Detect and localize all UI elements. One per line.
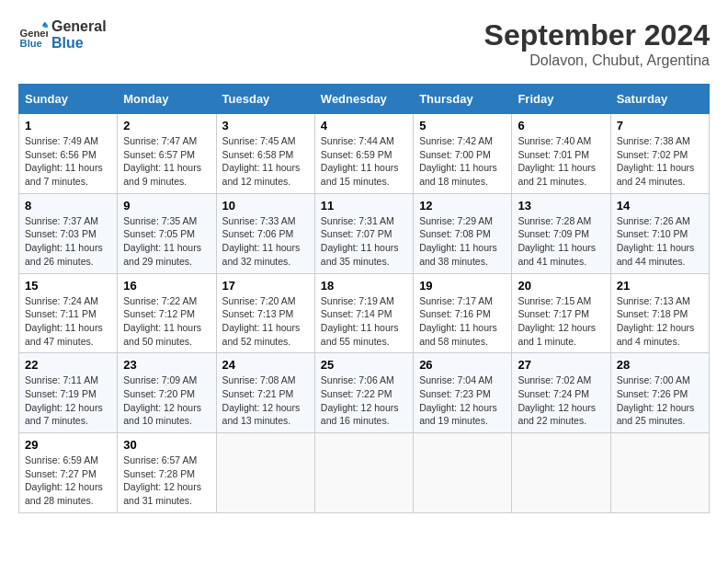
cell-info: Sunrise: 7:24 AMSunset: 7:11 PMDaylight:… <box>25 295 103 347</box>
calendar-cell: 28 Sunrise: 7:00 AMSunset: 7:26 PMDaylig… <box>610 353 709 433</box>
cell-info: Sunrise: 7:15 AMSunset: 7:17 PMDaylight:… <box>518 295 596 347</box>
calendar-cell: 4 Sunrise: 7:44 AMSunset: 6:59 PMDayligh… <box>314 114 413 194</box>
day-number: 5 <box>419 119 506 132</box>
logo-icon: General Blue <box>18 20 48 50</box>
calendar-week-4: 22 Sunrise: 7:11 AMSunset: 7:19 PMDaylig… <box>19 353 710 433</box>
cell-info: Sunrise: 7:09 AMSunset: 7:20 PMDaylight:… <box>123 374 201 426</box>
calendar-cell <box>512 433 610 513</box>
svg-text:Blue: Blue <box>20 37 42 48</box>
calendar-week-2: 8 Sunrise: 7:37 AMSunset: 7:03 PMDayligh… <box>19 193 710 273</box>
month-title: September 2024 <box>484 18 710 52</box>
calendar-cell: 5 Sunrise: 7:42 AMSunset: 7:00 PMDayligh… <box>414 114 512 194</box>
page-header: General Blue General Blue September 2024… <box>18 18 710 69</box>
cell-info: Sunrise: 7:04 AMSunset: 7:23 PMDaylight:… <box>419 374 497 426</box>
day-number: 1 <box>25 119 111 132</box>
cell-info: Sunrise: 7:42 AMSunset: 7:00 PMDaylight:… <box>419 135 497 187</box>
weekday-header-saturday: Saturday <box>610 85 709 114</box>
cell-info: Sunrise: 7:20 AMSunset: 7:13 PMDaylight:… <box>222 295 301 347</box>
cell-info: Sunrise: 7:13 AMSunset: 7:18 PMDaylight:… <box>617 295 695 347</box>
day-number: 15 <box>25 279 111 293</box>
cell-info: Sunrise: 7:28 AMSunset: 7:09 PMDaylight:… <box>518 215 596 267</box>
day-number: 2 <box>123 119 210 132</box>
calendar-cell: 12 Sunrise: 7:29 AMSunset: 7:08 PMDaylig… <box>414 193 512 273</box>
weekday-header-monday: Monday <box>118 85 216 114</box>
calendar-cell <box>414 433 512 513</box>
cell-info: Sunrise: 7:38 AMSunset: 7:02 PMDaylight:… <box>617 135 695 187</box>
day-number: 23 <box>123 358 210 372</box>
cell-info: Sunrise: 7:11 AMSunset: 7:19 PMDaylight:… <box>25 374 103 426</box>
calendar-cell: 3 Sunrise: 7:45 AMSunset: 6:58 PMDayligh… <box>216 114 314 194</box>
calendar-cell: 21 Sunrise: 7:13 AMSunset: 7:18 PMDaylig… <box>610 273 709 353</box>
calendar-cell: 19 Sunrise: 7:17 AMSunset: 7:16 PMDaylig… <box>414 273 512 353</box>
weekday-header-wednesday: Wednesday <box>314 85 413 114</box>
day-number: 26 <box>419 358 506 372</box>
calendar-cell: 7 Sunrise: 7:38 AMSunset: 7:02 PMDayligh… <box>610 114 709 194</box>
cell-info: Sunrise: 7:17 AMSunset: 7:16 PMDaylight:… <box>419 295 497 347</box>
day-number: 20 <box>518 279 604 293</box>
day-number: 29 <box>25 438 111 452</box>
calendar-cell: 6 Sunrise: 7:40 AMSunset: 7:01 PMDayligh… <box>512 114 610 194</box>
cell-info: Sunrise: 7:37 AMSunset: 7:03 PMDaylight:… <box>25 215 103 267</box>
day-number: 18 <box>321 279 407 293</box>
calendar-cell: 10 Sunrise: 7:33 AMSunset: 7:06 PMDaylig… <box>216 193 314 273</box>
cell-info: Sunrise: 7:45 AMSunset: 6:58 PMDaylight:… <box>222 135 301 187</box>
day-number: 7 <box>617 119 703 132</box>
calendar-cell: 29 Sunrise: 6:59 AMSunset: 7:27 PMDaylig… <box>19 433 118 513</box>
calendar-week-1: 1 Sunrise: 7:49 AMSunset: 6:56 PMDayligh… <box>19 114 710 194</box>
weekday-header-tuesday: Tuesday <box>216 85 314 114</box>
location-subtitle: Dolavon, Chubut, Argentina <box>484 52 710 69</box>
day-number: 3 <box>222 119 309 132</box>
cell-info: Sunrise: 7:00 AMSunset: 7:26 PMDaylight:… <box>617 374 695 426</box>
day-number: 16 <box>123 279 210 293</box>
cell-info: Sunrise: 6:57 AMSunset: 7:28 PMDaylight:… <box>123 454 201 506</box>
calendar-cell: 8 Sunrise: 7:37 AMSunset: 7:03 PMDayligh… <box>19 193 118 273</box>
day-number: 11 <box>321 199 407 213</box>
cell-info: Sunrise: 7:33 AMSunset: 7:06 PMDaylight:… <box>222 215 301 267</box>
calendar-cell: 18 Sunrise: 7:19 AMSunset: 7:14 PMDaylig… <box>314 273 413 353</box>
cell-info: Sunrise: 7:49 AMSunset: 6:56 PMDaylight:… <box>25 135 103 187</box>
calendar-cell: 20 Sunrise: 7:15 AMSunset: 7:17 PMDaylig… <box>512 273 610 353</box>
day-number: 10 <box>222 199 309 213</box>
weekday-header-row: SundayMondayTuesdayWednesdayThursdayFrid… <box>19 85 710 114</box>
cell-info: Sunrise: 7:47 AMSunset: 6:57 PMDaylight:… <box>123 135 201 187</box>
calendar-cell: 15 Sunrise: 7:24 AMSunset: 7:11 PMDaylig… <box>19 273 118 353</box>
cell-info: Sunrise: 7:31 AMSunset: 7:07 PMDaylight:… <box>321 215 399 267</box>
calendar-cell: 30 Sunrise: 6:57 AMSunset: 7:28 PMDaylig… <box>118 433 216 513</box>
calendar-cell: 1 Sunrise: 7:49 AMSunset: 6:56 PMDayligh… <box>19 114 118 194</box>
day-number: 9 <box>123 199 210 213</box>
cell-info: Sunrise: 7:02 AMSunset: 7:24 PMDaylight:… <box>518 374 596 426</box>
cell-info: Sunrise: 6:59 AMSunset: 7:27 PMDaylight:… <box>25 454 103 506</box>
cell-info: Sunrise: 7:19 AMSunset: 7:14 PMDaylight:… <box>321 295 399 347</box>
day-number: 19 <box>419 279 506 293</box>
calendar-cell <box>610 433 709 513</box>
day-number: 28 <box>617 358 703 372</box>
day-number: 21 <box>617 279 703 293</box>
calendar-cell: 11 Sunrise: 7:31 AMSunset: 7:07 PMDaylig… <box>314 193 413 273</box>
day-number: 4 <box>321 119 407 132</box>
calendar-cell: 22 Sunrise: 7:11 AMSunset: 7:19 PMDaylig… <box>19 353 118 433</box>
calendar-cell: 16 Sunrise: 7:22 AMSunset: 7:12 PMDaylig… <box>118 273 216 353</box>
cell-info: Sunrise: 7:44 AMSunset: 6:59 PMDaylight:… <box>321 135 399 187</box>
day-number: 24 <box>222 358 309 372</box>
calendar-cell: 26 Sunrise: 7:04 AMSunset: 7:23 PMDaylig… <box>414 353 512 433</box>
calendar-cell: 9 Sunrise: 7:35 AMSunset: 7:05 PMDayligh… <box>118 193 216 273</box>
calendar-cell: 17 Sunrise: 7:20 AMSunset: 7:13 PMDaylig… <box>216 273 314 353</box>
cell-info: Sunrise: 7:26 AMSunset: 7:10 PMDaylight:… <box>617 215 695 267</box>
calendar-cell: 13 Sunrise: 7:28 AMSunset: 7:09 PMDaylig… <box>512 193 610 273</box>
day-number: 13 <box>518 199 604 213</box>
calendar-cell: 2 Sunrise: 7:47 AMSunset: 6:57 PMDayligh… <box>118 114 216 194</box>
weekday-header-thursday: Thursday <box>414 85 512 114</box>
title-block: September 2024 Dolavon, Chubut, Argentin… <box>484 18 710 69</box>
day-number: 17 <box>222 279 309 293</box>
svg-text:General: General <box>20 27 48 38</box>
day-number: 25 <box>321 358 407 372</box>
day-number: 12 <box>419 199 506 213</box>
logo-blue: Blue <box>51 35 107 52</box>
logo: General Blue General Blue <box>18 18 107 51</box>
day-number: 14 <box>617 199 703 213</box>
day-number: 27 <box>518 358 604 372</box>
day-number: 30 <box>123 438 210 452</box>
logo-general: General <box>51 18 107 35</box>
calendar-table: SundayMondayTuesdayWednesdayThursdayFrid… <box>18 84 710 513</box>
cell-info: Sunrise: 7:29 AMSunset: 7:08 PMDaylight:… <box>419 215 497 267</box>
